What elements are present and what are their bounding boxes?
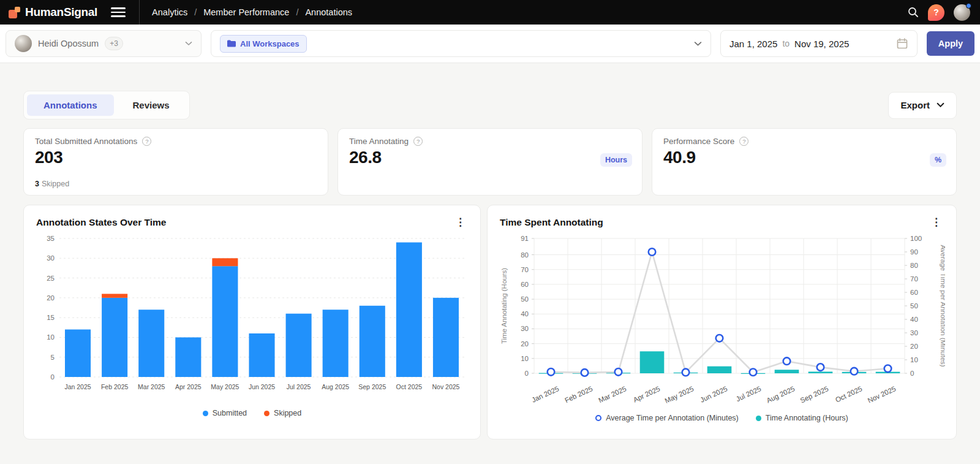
svg-text:Sep 2025: Sep 2025 [358, 383, 386, 390]
stat-value: 203 [35, 148, 317, 167]
date-range-separator: to [782, 39, 790, 48]
svg-text:Jun 2025: Jun 2025 [249, 383, 275, 390]
svg-text:Mar 2025: Mar 2025 [597, 385, 627, 404]
breadcrumb-analytics[interactable]: Analytics [152, 7, 187, 17]
all-workspaces-label: All Workspaces [240, 39, 300, 48]
svg-text:40: 40 [910, 316, 918, 323]
kebab-menu-icon[interactable]: ⋮ [929, 216, 944, 229]
chart-title: Annotation States Over Time [36, 217, 166, 228]
all-workspaces-chip[interactable]: All Workspaces [220, 35, 307, 53]
tabs-group: Annotations Reviews [23, 91, 190, 120]
online-status-dot [966, 3, 971, 9]
apply-button[interactable]: Apply [927, 31, 974, 56]
svg-text:30: 30 [910, 329, 918, 337]
tab-reviews[interactable]: Reviews [116, 94, 186, 116]
svg-text:20: 20 [910, 343, 918, 350]
legend-item-avg-time[interactable]: Average Time per Annotation (Minutes) [595, 414, 739, 422]
svg-text:Feb 2025: Feb 2025 [564, 385, 594, 404]
member-avatar [15, 35, 32, 52]
charts-row: Annotation States Over Time ⋮ 0510152025… [23, 205, 957, 439]
tab-annotations[interactable]: Annotations [27, 94, 114, 116]
breadcrumb-member-performance[interactable]: Member Performance [203, 7, 289, 17]
topbar-divider [139, 0, 140, 25]
search-icon[interactable] [908, 7, 919, 18]
svg-text:30: 30 [521, 325, 529, 332]
member-select[interactable]: Heidi Opossum +3 [6, 30, 202, 57]
menu-icon[interactable] [111, 6, 126, 18]
svg-text:Oct 2025: Oct 2025 [396, 383, 423, 390]
svg-text:Nov 2025: Nov 2025 [867, 385, 897, 405]
svg-text:10: 10 [521, 355, 529, 362]
svg-text:70: 70 [521, 266, 529, 273]
stat-card-performance-score: Performance Score ? 40.9 % [652, 128, 957, 196]
breadcrumb-separator: / [194, 7, 197, 17]
svg-text:5: 5 [51, 354, 55, 361]
svg-text:91: 91 [521, 235, 529, 242]
annotation-states-chart-card: Annotation States Over Time ⋮ 0510152025… [23, 205, 481, 439]
time-spent-chart: 0102030405060708091010203040506070809010… [500, 231, 944, 413]
legend-item-skipped[interactable]: Skipped [264, 409, 301, 417]
question-circle-icon[interactable]: ? [142, 137, 151, 146]
stat-title: Total Submitted Annotations [35, 137, 137, 146]
humansignal-logo[interactable]: HumanSignal [9, 6, 97, 19]
stat-footer: 3Skipped [35, 180, 69, 188]
svg-text:May 2025: May 2025 [663, 385, 695, 405]
svg-text:0: 0 [525, 370, 529, 377]
svg-text:Average Time per Annotation (M: Average Time per Annotation (Minutes) [940, 245, 945, 367]
svg-text:May 2025: May 2025 [211, 383, 239, 390]
breadcrumb-separator: / [296, 7, 298, 17]
svg-text:Mar 2025: Mar 2025 [138, 383, 165, 390]
main-content: Annotations Reviews Export Total Submitt… [0, 91, 980, 439]
annotation-states-chart: 05101520253035Jan 2025Feb 2025Mar 2025Ap… [36, 231, 468, 408]
unit-badge: Hours [600, 153, 632, 167]
svg-text:0: 0 [910, 370, 914, 377]
svg-text:Oct 2025: Oct 2025 [834, 385, 863, 404]
date-range-picker[interactable]: Jan 1, 2025 to Nov 19, 2025 [720, 30, 918, 57]
chart-legend: Average Time per Annotation (Minutes) Ti… [500, 414, 944, 422]
date-range-end: Nov 19, 2025 [794, 39, 849, 49]
stat-card-total-submitted: Total Submitted Annotations ? 203 3Skipp… [23, 128, 328, 196]
question-circle-icon[interactable]: ? [413, 137, 423, 146]
skipped-dot-icon [264, 411, 270, 416]
unit-badge: % [930, 153, 946, 167]
svg-text:90: 90 [910, 248, 918, 256]
chevron-down-icon [937, 102, 944, 108]
legend-item-submitted[interactable]: Submitted [203, 409, 247, 417]
workspace-select[interactable]: All Workspaces [211, 30, 711, 57]
svg-text:Jul 2025: Jul 2025 [287, 383, 311, 390]
svg-text:Jan 2025: Jan 2025 [530, 385, 560, 404]
breadcrumb-annotations[interactable]: Annotations [305, 7, 352, 17]
svg-text:70: 70 [910, 275, 918, 283]
svg-text:Apr 2025: Apr 2025 [632, 385, 661, 404]
humansignal-logo-icon [9, 7, 20, 18]
svg-text:50: 50 [521, 295, 529, 303]
kebab-menu-icon[interactable]: ⋮ [453, 216, 468, 229]
svg-text:80: 80 [910, 262, 918, 269]
svg-text:100: 100 [910, 235, 922, 242]
svg-text:10: 10 [910, 356, 918, 363]
stat-card-time-annotating: Time Annotating ? 26.8 Hours [337, 128, 643, 196]
svg-text:Aug 2025: Aug 2025 [766, 385, 796, 405]
submitted-dot-icon [203, 411, 208, 416]
svg-text:15: 15 [47, 314, 55, 321]
export-button[interactable]: Export [888, 92, 957, 119]
user-avatar[interactable] [954, 4, 970, 21]
svg-text:40: 40 [521, 310, 529, 318]
stat-value: 26.8 [349, 148, 631, 167]
time-spent-chart-card: Time Spent Annotating ⋮ 0102030405060708… [487, 205, 957, 439]
top-navigation-bar: HumanSignal Analytics / Member Performan… [0, 0, 980, 25]
help-icon[interactable]: ? [928, 4, 944, 21]
avg-time-ring-icon [595, 415, 601, 421]
stat-cards-row: Total Submitted Annotations ? 203 3Skipp… [23, 128, 957, 196]
svg-text:Sep 2025: Sep 2025 [799, 385, 830, 405]
svg-text:Apr 2025: Apr 2025 [175, 383, 202, 390]
svg-text:Nov 2025: Nov 2025 [432, 383, 459, 390]
legend-item-time-annotating[interactable]: Time Annotating (Hours) [756, 414, 848, 422]
svg-text:Jun 2025: Jun 2025 [699, 385, 728, 404]
question-circle-icon[interactable]: ? [739, 137, 748, 146]
calendar-icon[interactable] [896, 37, 908, 50]
chevron-down-icon [694, 41, 702, 47]
folder-icon [227, 40, 236, 47]
svg-text:50: 50 [910, 302, 918, 310]
stat-value: 40.9 [663, 148, 945, 167]
